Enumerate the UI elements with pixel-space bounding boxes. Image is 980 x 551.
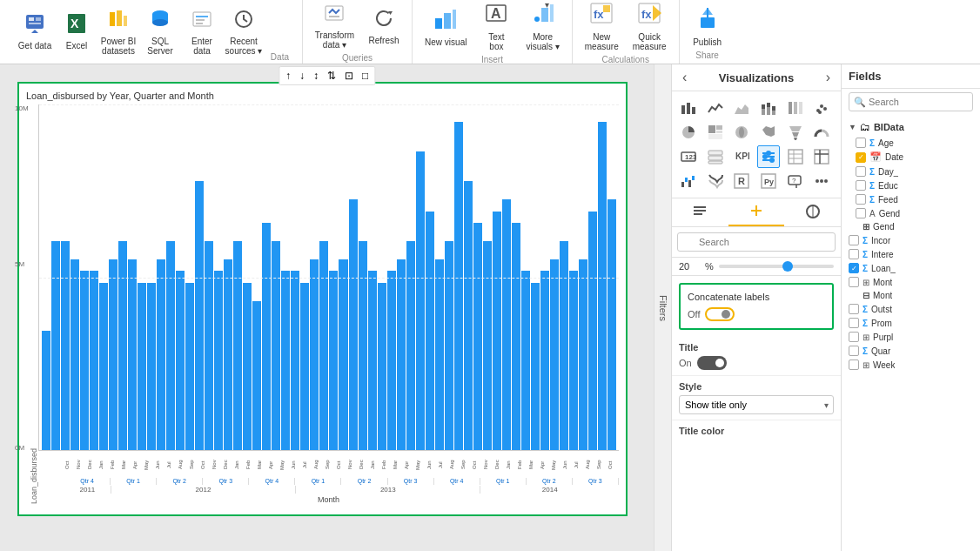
viz-format-tab-analytics[interactable]: [784, 198, 841, 226]
viz-icon-slicer[interactable]: [757, 145, 780, 168]
day-checkbox[interactable]: [856, 166, 866, 177]
x-label-16: Feb: [245, 453, 257, 477]
fields-item-outst[interactable]: Σ Outst: [842, 302, 980, 316]
fields-item-gend[interactable]: A Gend: [849, 206, 980, 220]
fields-item-week[interactable]: ⊞ Week: [842, 358, 980, 372]
fields-item-mont[interactable]: ⊞ Mont: [842, 275, 980, 289]
viz-format-tab-format[interactable]: [728, 198, 785, 226]
fields-search-input[interactable]: [849, 92, 973, 111]
concat-toggle[interactable]: [705, 307, 735, 321]
fields-item-intere[interactable]: Σ Intere: [842, 247, 980, 261]
refresh-button[interactable]: Refresh: [363, 0, 405, 53]
new-visual-button[interactable]: New visual: [420, 0, 472, 55]
fields-item-incor[interactable]: Σ Incor: [842, 233, 980, 247]
zoom-slider[interactable]: [719, 265, 834, 268]
power-bi-datasets-button[interactable]: Power BIdatasets: [97, 5, 139, 59]
svg-text:Py: Py: [764, 178, 774, 186]
fields-group-bidata-header[interactable]: ▼ 🗂 BIData: [842, 118, 980, 136]
chart-bar-19: [224, 259, 232, 450]
viz-icon-pie[interactable]: [677, 121, 700, 144]
date-checkbox[interactable]: ✓: [856, 152, 866, 163]
viz-icon-r-visual[interactable]: R: [730, 170, 753, 192]
quar-checkbox[interactable]: [849, 346, 859, 356]
excel-button[interactable]: X Excel: [56, 10, 97, 54]
canvas-area[interactable]: ↑ ↓ ↕ ⇅ ⊡ □ Loan_disbursed by Year, Quar…: [0, 64, 654, 551]
age-checkbox[interactable]: [856, 138, 866, 148]
viz-icon-ribbon[interactable]: [704, 170, 727, 192]
viz-icon-treemap[interactable]: [704, 121, 727, 144]
sql-server-button[interactable]: SQLServer: [139, 5, 181, 59]
recent-sources-button[interactable]: Recentsources ▾: [223, 5, 265, 59]
fields-item-loan[interactable]: ✓ Σ Loan_: [842, 261, 980, 275]
transform-data-button[interactable]: Transformdata ▾: [310, 0, 359, 53]
viz-icon-scatter[interactable]: [810, 97, 833, 119]
fields-item-date[interactable]: ✓ 📅 Date: [849, 150, 980, 165]
publish-button[interactable]: Publish: [687, 3, 728, 50]
prom-checkbox[interactable]: [849, 318, 859, 328]
get-data-button[interactable]: Get data: [14, 10, 56, 54]
viz-icon-kpi[interactable]: KPI: [730, 145, 753, 168]
viz-icon-waterfall[interactable]: [677, 170, 700, 192]
fields-item-feed[interactable]: Σ Feed: [849, 192, 980, 206]
viz-icon-gauge[interactable]: [810, 121, 833, 144]
incor-checkbox[interactable]: [849, 235, 859, 245]
loan-checkbox[interactable]: ✓: [849, 263, 859, 273]
educ-checkbox[interactable]: [856, 180, 866, 191]
feed-checkbox[interactable]: [856, 194, 866, 205]
intere-checkbox[interactable]: [849, 249, 859, 259]
viz-icon-map[interactable]: [730, 121, 753, 144]
viz-format-tab-fields[interactable]: [672, 198, 728, 226]
fields-item-age[interactable]: Σ Age: [849, 136, 980, 150]
outst-checkbox[interactable]: [849, 304, 859, 314]
fields-item-gend2[interactable]: ⊞ Gend: [842, 220, 980, 233]
text-box-button[interactable]: A Textbox: [475, 0, 517, 55]
move-up-btn[interactable]: ↑: [283, 69, 293, 83]
sort-btn[interactable]: ⇅: [325, 69, 339, 83]
viz-icon-line[interactable]: [704, 97, 727, 119]
style-select[interactable]: Show title only Show both Title only Cat…: [679, 395, 834, 414]
concat-toggle-track[interactable]: [705, 307, 735, 321]
viz-icon-funnel[interactable]: [784, 121, 807, 144]
quick-measure-button[interactable]: fx Quickmeasure: [628, 0, 672, 55]
viz-search-input[interactable]: [677, 232, 836, 252]
viz-nav-next[interactable]: ›: [822, 70, 834, 85]
new-measure-button[interactable]: fx Newmeasure: [580, 0, 624, 55]
fields-item-prom[interactable]: Σ Prom: [842, 316, 980, 330]
viz-icon-table[interactable]: [784, 145, 807, 168]
viz-icon-filled-map[interactable]: [757, 121, 780, 144]
expand-btn[interactable]: □: [359, 69, 371, 83]
move-down-btn[interactable]: ↓: [297, 69, 307, 83]
purpl-checkbox[interactable]: [849, 332, 859, 342]
title-on-thumb: [715, 359, 724, 367]
fields-item-mont2[interactable]: ⊟ Mont: [842, 289, 980, 302]
fields-item-educ[interactable]: Σ Educ: [849, 178, 980, 192]
filter-icon-btn[interactable]: ⊡: [342, 69, 356, 83]
viz-icon-card[interactable]: 123: [677, 145, 700, 168]
chart-bar-16: [195, 181, 204, 450]
fields-item-purpl[interactable]: ⊞ Purpl: [842, 330, 980, 344]
title-on-track[interactable]: [697, 356, 727, 370]
mont-checkbox[interactable]: [849, 277, 859, 287]
viz-icon-qa[interactable]: ?: [784, 170, 807, 192]
viz-icon-python[interactable]: Py: [757, 170, 780, 192]
chart-container[interactable]: Loan_disbursed by Year, Quarter and Mont…: [17, 82, 628, 516]
fields-item-quar[interactable]: Σ Quar: [842, 344, 980, 358]
viz-icon-more[interactable]: [810, 170, 833, 192]
viz-icon-bar[interactable]: [677, 97, 700, 119]
chart-bar-37: [397, 259, 406, 450]
viz-icon-100pct[interactable]: [784, 97, 807, 119]
fields-item-day[interactable]: Σ Day_: [849, 165, 980, 178]
viz-icon-multirow-card[interactable]: [704, 145, 727, 168]
enter-data-button[interactable]: Enterdata: [181, 5, 223, 59]
viz-nav-prev[interactable]: ‹: [679, 70, 690, 85]
more-visuals-button[interactable]: ▾ Morevisuals ▾: [520, 0, 564, 55]
gend-checkbox[interactable]: [856, 208, 866, 218]
viz-icon-stacked-bar[interactable]: [757, 97, 780, 119]
title-on-toggle[interactable]: [697, 356, 727, 370]
week-checkbox[interactable]: [849, 359, 859, 370]
viz-icon-matrix[interactable]: [810, 145, 833, 168]
filter-panel[interactable]: Filters: [654, 64, 671, 551]
viz-icon-area[interactable]: [730, 97, 753, 119]
incor-name: Incor: [871, 236, 890, 245]
move-both-btn[interactable]: ↕: [311, 69, 321, 83]
